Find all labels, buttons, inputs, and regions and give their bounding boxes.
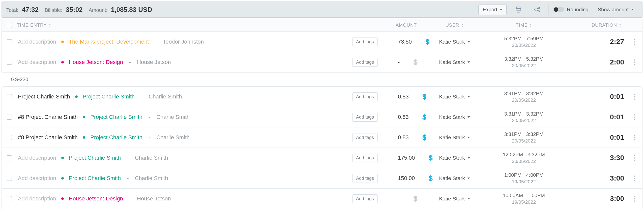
share-button[interactable] <box>530 4 544 15</box>
billable-toggle[interactable]: $ <box>411 58 420 66</box>
time-cell[interactable]: 10:00AM1:00PM19/05/2022 <box>486 189 562 209</box>
select-all-checkbox[interactable] <box>7 23 12 28</box>
col-duration[interactable]: DURATION <box>562 23 627 28</box>
entry-description[interactable]: Add description <box>18 39 56 45</box>
row-checkbox[interactable] <box>7 155 12 160</box>
chevron-down-icon <box>467 41 470 43</box>
user-name: Katie Stark <box>439 59 465 65</box>
project-name[interactable]: Project Charlie Smith <box>69 175 121 182</box>
client-separator: - <box>129 195 131 202</box>
client-name: Charlie Smith <box>135 155 168 161</box>
billable-label: Billable: <box>45 7 62 13</box>
add-tags-button[interactable]: Add tags <box>352 92 378 101</box>
svg-rect-2 <box>517 10 520 12</box>
project-color-dot <box>61 177 64 180</box>
project-name[interactable]: House Jetson: Design <box>69 59 123 65</box>
add-tags-button[interactable]: Add tags <box>352 194 378 203</box>
add-tags-button[interactable]: Add tags <box>352 174 378 183</box>
user-select[interactable]: Katie Stark <box>423 127 486 148</box>
project-name[interactable]: House Jetson: Design <box>69 195 123 202</box>
project-name[interactable]: Project Charlie Smith <box>69 155 121 161</box>
user-select[interactable]: Katie Stark <box>423 87 486 107</box>
amount-cell: 150.00$ <box>398 168 423 188</box>
description-cell[interactable]: #8 Project Charlie SmithProject Charlie … <box>17 134 352 141</box>
description-cell[interactable]: Add descriptionHouse Jetson: Design - Ho… <box>17 195 352 202</box>
entry-description[interactable]: Add description <box>18 155 56 161</box>
description-cell[interactable]: Project Charlie SmithProject Charlie Smi… <box>17 93 352 100</box>
row-checkbox[interactable] <box>7 94 12 99</box>
share-icon <box>534 6 541 13</box>
add-tags-button[interactable]: Add tags <box>352 113 378 122</box>
user-select[interactable]: Katie Stark <box>423 32 486 52</box>
show-amount-label: Show amount <box>598 7 629 13</box>
entry-description[interactable]: #8 Project Charlie Smith <box>18 134 78 141</box>
col-amount-label: AMOUNT <box>396 23 417 28</box>
duration-value[interactable]: 2:00 <box>562 58 627 66</box>
row-more-button[interactable] <box>627 39 642 45</box>
row-checkbox[interactable] <box>7 60 12 65</box>
description-cell[interactable]: #8 Project Charlie SmithProject Charlie … <box>17 114 352 120</box>
print-button[interactable] <box>511 4 525 15</box>
project-name[interactable]: The Marks project: Development <box>69 39 149 45</box>
user-select[interactable]: Katie Stark <box>423 168 486 188</box>
description-cell[interactable]: Add descriptionHouse Jetson: Design - Ho… <box>17 59 352 65</box>
time-cell[interactable]: 3:31PM3:32PM20/05/2022 <box>486 107 562 127</box>
user-select[interactable]: Katie Stark <box>423 52 486 72</box>
row-checkbox[interactable] <box>7 115 12 120</box>
entry-description[interactable]: Add description <box>18 195 56 202</box>
row-more-button[interactable] <box>627 196 642 202</box>
user-select[interactable]: Katie Stark <box>423 148 486 168</box>
duration-value[interactable]: 0:01 <box>562 133 627 142</box>
summary-bar: Total: 47:32 Billable: 35:02 Amount: 1,0… <box>2 2 642 18</box>
add-tags-button[interactable]: Add tags <box>352 154 378 162</box>
col-amount[interactable]: AMOUNT <box>398 23 423 28</box>
add-tags-button[interactable]: Add tags <box>352 133 378 142</box>
user-name: Katie Stark <box>439 114 465 120</box>
entry-description[interactable]: Project Charlie Smith <box>18 93 70 100</box>
col-user[interactable]: USER <box>423 23 486 28</box>
time-cell[interactable]: 5:32PM7:59PM20/05/2022 <box>486 32 562 52</box>
project-name[interactable]: Project Charlie Smith <box>90 134 142 141</box>
user-select[interactable]: Katie Stark <box>423 189 486 209</box>
row-checkbox[interactable] <box>7 39 12 44</box>
client-separator: - <box>129 59 131 65</box>
description-cell[interactable]: Add descriptionProject Charlie Smith - C… <box>17 175 352 182</box>
description-cell[interactable]: Add descriptionProject Charlie Smith - C… <box>17 155 352 161</box>
more-vertical-icon <box>634 155 635 161</box>
rounding-toggle[interactable] <box>553 7 564 12</box>
duration-value[interactable]: 0:01 <box>562 113 627 121</box>
row-more-button[interactable] <box>627 59 642 65</box>
duration-value[interactable]: 3:30 <box>562 154 627 162</box>
entry-description[interactable]: Add description <box>18 175 56 182</box>
duration-value[interactable]: 3:00 <box>562 174 627 182</box>
user-select[interactable]: Katie Stark <box>423 107 486 127</box>
show-amount-button[interactable]: Show amount <box>593 5 638 15</box>
duration-value[interactable]: 0:01 <box>562 93 627 101</box>
project-name[interactable]: Project Charlie Smith <box>90 114 142 120</box>
col-time[interactable]: TIME <box>486 23 562 28</box>
time-cell[interactable]: 12:02PM3:32PM20/05/2022 <box>486 148 562 168</box>
row-checkbox[interactable] <box>7 196 12 201</box>
duration-value[interactable]: 2:27 <box>562 38 627 46</box>
time-cell[interactable]: 1:00PM4:00PM19/05/2022 <box>486 168 562 188</box>
add-tags-button[interactable]: Add tags <box>352 58 378 67</box>
col-time-entry[interactable]: TIME ENTRY <box>17 23 352 28</box>
time-cell[interactable]: 3:32PM5:32PM20/05/2022 <box>486 52 562 72</box>
duration-value[interactable]: 3:00 <box>562 195 627 203</box>
billable-toggle[interactable]: $ <box>411 194 420 203</box>
add-tags-button[interactable]: Add tags <box>352 38 378 46</box>
row-checkbox[interactable] <box>7 135 12 140</box>
project-name[interactable]: Project Charlie Smith <box>83 93 135 100</box>
row-more-button[interactable] <box>627 114 642 120</box>
row-more-button[interactable] <box>627 176 642 181</box>
entry-description[interactable]: #8 Project Charlie Smith <box>18 114 78 120</box>
row-checkbox[interactable] <box>7 176 12 181</box>
description-cell[interactable]: Add descriptionThe Marks project: Develo… <box>17 39 352 45</box>
entry-description[interactable]: Add description <box>18 59 56 65</box>
row-more-button[interactable] <box>627 155 642 161</box>
time-cell[interactable]: 3:31PM3:32PM20/05/2022 <box>486 127 562 148</box>
row-more-button[interactable] <box>627 135 642 141</box>
export-button[interactable]: Export <box>478 5 507 15</box>
time-cell[interactable]: 3:31PM3:32PM20/05/2022 <box>486 87 562 107</box>
row-more-button[interactable] <box>627 94 642 100</box>
